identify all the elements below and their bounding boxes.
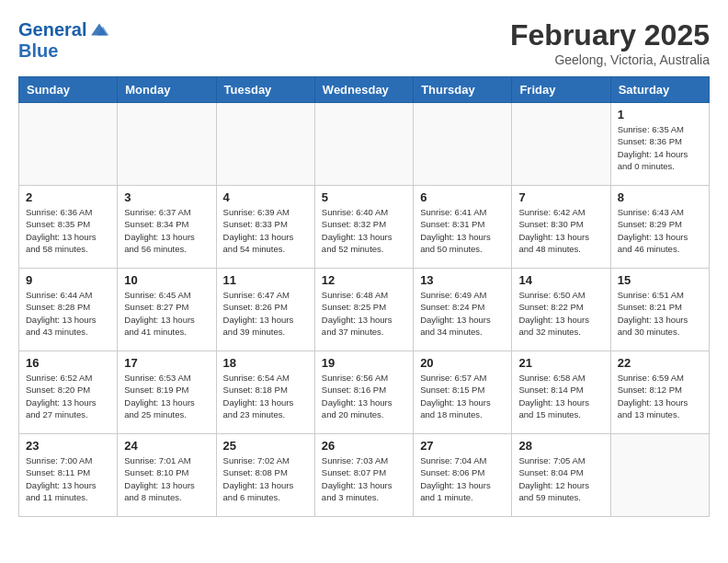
calendar-cell: 15Sunrise: 6:51 AM Sunset: 8:21 PM Dayli… — [610, 269, 709, 351]
calendar-cell: 13Sunrise: 6:49 AM Sunset: 8:24 PM Dayli… — [414, 269, 512, 351]
calendar-cell — [610, 434, 709, 517]
day-number: 6 — [420, 190, 505, 204]
calendar-cell: 12Sunrise: 6:48 AM Sunset: 8:25 PM Dayli… — [314, 269, 413, 351]
calendar-week-1: 1Sunrise: 6:35 AM Sunset: 8:36 PM Daylig… — [19, 103, 710, 186]
day-number: 2 — [26, 190, 110, 204]
day-info: Sunrise: 6:37 AM Sunset: 8:34 PM Dayligh… — [124, 206, 209, 255]
calendar-cell: 25Sunrise: 7:02 AM Sunset: 8:08 PM Dayli… — [216, 434, 314, 517]
day-info: Sunrise: 6:43 AM Sunset: 8:29 PM Dayligh… — [618, 206, 702, 255]
calendar-week-4: 16Sunrise: 6:52 AM Sunset: 8:20 PM Dayli… — [19, 351, 710, 434]
day-info: Sunrise: 6:42 AM Sunset: 8:30 PM Dayligh… — [518, 206, 603, 255]
calendar-cell: 1Sunrise: 6:35 AM Sunset: 8:36 PM Daylig… — [610, 103, 709, 186]
day-number: 7 — [518, 190, 603, 204]
col-wednesday: Wednesday — [314, 77, 413, 103]
day-info: Sunrise: 6:58 AM Sunset: 8:14 PM Dayligh… — [518, 372, 603, 420]
day-info: Sunrise: 7:03 AM Sunset: 8:07 PM Dayligh… — [322, 454, 406, 503]
day-number: 25 — [223, 439, 308, 453]
page-header: General Blue February 2025 Geelong, Vict… — [18, 18, 710, 67]
day-number: 3 — [124, 190, 209, 204]
calendar-cell: 16Sunrise: 6:52 AM Sunset: 8:20 PM Dayli… — [19, 351, 118, 434]
day-info: Sunrise: 6:40 AM Sunset: 8:32 PM Dayligh… — [322, 206, 406, 255]
col-monday: Monday — [118, 77, 216, 103]
day-number: 27 — [420, 439, 505, 453]
col-friday: Friday — [512, 77, 610, 103]
calendar-table: Sunday Monday Tuesday Wednesday Thursday… — [18, 76, 710, 517]
calendar-cell: 28Sunrise: 7:05 AM Sunset: 8:04 PM Dayli… — [512, 434, 610, 517]
calendar-cell — [216, 103, 314, 186]
day-number: 9 — [26, 273, 110, 287]
logo-icon — [88, 18, 110, 40]
day-number: 26 — [322, 439, 406, 453]
calendar-cell: 6Sunrise: 6:41 AM Sunset: 8:31 PM Daylig… — [414, 186, 512, 269]
day-number: 19 — [322, 356, 406, 370]
day-number: 11 — [223, 273, 308, 287]
day-info: Sunrise: 6:54 AM Sunset: 8:18 PM Dayligh… — [223, 372, 308, 420]
calendar-cell — [118, 103, 216, 186]
day-info: Sunrise: 6:51 AM Sunset: 8:21 PM Dayligh… — [618, 289, 702, 338]
calendar-cell — [314, 103, 413, 186]
day-info: Sunrise: 6:44 AM Sunset: 8:28 PM Dayligh… — [26, 289, 110, 338]
calendar-cell: 9Sunrise: 6:44 AM Sunset: 8:28 PM Daylig… — [19, 269, 118, 351]
day-info: Sunrise: 7:00 AM Sunset: 8:11 PM Dayligh… — [26, 454, 110, 503]
day-info: Sunrise: 6:56 AM Sunset: 8:16 PM Dayligh… — [322, 372, 406, 420]
title-section: February 2025 Geelong, Victoria, Austral… — [510, 18, 710, 67]
day-info: Sunrise: 6:47 AM Sunset: 8:26 PM Dayligh… — [223, 289, 308, 338]
day-number: 13 — [420, 273, 505, 287]
day-info: Sunrise: 6:52 AM Sunset: 8:20 PM Dayligh… — [26, 372, 110, 420]
calendar-cell: 23Sunrise: 7:00 AM Sunset: 8:11 PM Dayli… — [19, 434, 118, 517]
day-info: Sunrise: 6:36 AM Sunset: 8:35 PM Dayligh… — [26, 206, 110, 255]
calendar-cell: 27Sunrise: 7:04 AM Sunset: 8:06 PM Dayli… — [414, 434, 512, 517]
calendar-cell: 5Sunrise: 6:40 AM Sunset: 8:32 PM Daylig… — [314, 186, 413, 269]
calendar-cell: 17Sunrise: 6:53 AM Sunset: 8:19 PM Dayli… — [118, 351, 216, 434]
day-number: 23 — [26, 439, 110, 453]
month-title: February 2025 — [510, 18, 710, 52]
calendar-cell: 20Sunrise: 6:57 AM Sunset: 8:15 PM Dayli… — [414, 351, 512, 434]
calendar-cell: 19Sunrise: 6:56 AM Sunset: 8:16 PM Dayli… — [314, 351, 413, 434]
calendar-week-2: 2Sunrise: 6:36 AM Sunset: 8:35 PM Daylig… — [19, 186, 710, 269]
day-info: Sunrise: 6:48 AM Sunset: 8:25 PM Dayligh… — [322, 289, 406, 338]
day-info: Sunrise: 6:49 AM Sunset: 8:24 PM Dayligh… — [420, 289, 505, 338]
col-tuesday: Tuesday — [216, 77, 314, 103]
calendar-week-3: 9Sunrise: 6:44 AM Sunset: 8:28 PM Daylig… — [19, 269, 710, 351]
day-number: 18 — [223, 356, 308, 370]
day-number: 16 — [26, 356, 110, 370]
calendar-cell: 14Sunrise: 6:50 AM Sunset: 8:22 PM Dayli… — [512, 269, 610, 351]
day-info: Sunrise: 6:59 AM Sunset: 8:12 PM Dayligh… — [618, 372, 702, 420]
calendar-cell: 4Sunrise: 6:39 AM Sunset: 8:33 PM Daylig… — [216, 186, 314, 269]
calendar-cell: 7Sunrise: 6:42 AM Sunset: 8:30 PM Daylig… — [512, 186, 610, 269]
calendar-header-row: Sunday Monday Tuesday Wednesday Thursday… — [19, 77, 710, 103]
col-sunday: Sunday — [19, 77, 118, 103]
day-info: Sunrise: 6:41 AM Sunset: 8:31 PM Dayligh… — [420, 206, 505, 255]
calendar-cell — [414, 103, 512, 186]
calendar-cell: 24Sunrise: 7:01 AM Sunset: 8:10 PM Dayli… — [118, 434, 216, 517]
logo-text: General — [18, 19, 86, 40]
calendar-cell: 26Sunrise: 7:03 AM Sunset: 8:07 PM Dayli… — [314, 434, 413, 517]
day-number: 4 — [223, 190, 308, 204]
calendar-cell: 11Sunrise: 6:47 AM Sunset: 8:26 PM Dayli… — [216, 269, 314, 351]
day-number: 8 — [618, 190, 702, 204]
calendar-cell — [19, 103, 118, 186]
logo: General Blue — [18, 18, 110, 61]
day-number: 1 — [618, 108, 702, 121]
day-number: 15 — [618, 273, 702, 287]
calendar-cell: 8Sunrise: 6:43 AM Sunset: 8:29 PM Daylig… — [610, 186, 709, 269]
calendar-cell: 21Sunrise: 6:58 AM Sunset: 8:14 PM Dayli… — [512, 351, 610, 434]
calendar-week-5: 23Sunrise: 7:00 AM Sunset: 8:11 PM Dayli… — [19, 434, 710, 517]
day-info: Sunrise: 6:53 AM Sunset: 8:19 PM Dayligh… — [124, 372, 209, 420]
day-info: Sunrise: 6:45 AM Sunset: 8:27 PM Dayligh… — [124, 289, 209, 338]
location: Geelong, Victoria, Australia — [510, 52, 710, 67]
day-number: 21 — [518, 356, 603, 370]
logo-text-blue: Blue — [18, 40, 110, 61]
day-number: 12 — [322, 273, 406, 287]
col-thursday: Thursday — [414, 77, 512, 103]
calendar-cell: 3Sunrise: 6:37 AM Sunset: 8:34 PM Daylig… — [118, 186, 216, 269]
day-number: 24 — [124, 439, 209, 453]
day-number: 20 — [420, 356, 505, 370]
day-info: Sunrise: 7:04 AM Sunset: 8:06 PM Dayligh… — [420, 454, 505, 503]
day-number: 5 — [322, 190, 406, 204]
calendar-cell — [512, 103, 610, 186]
day-number: 28 — [518, 439, 603, 453]
day-info: Sunrise: 6:35 AM Sunset: 8:36 PM Dayligh… — [618, 123, 702, 172]
day-number: 10 — [124, 273, 209, 287]
calendar-cell: 10Sunrise: 6:45 AM Sunset: 8:27 PM Dayli… — [118, 269, 216, 351]
